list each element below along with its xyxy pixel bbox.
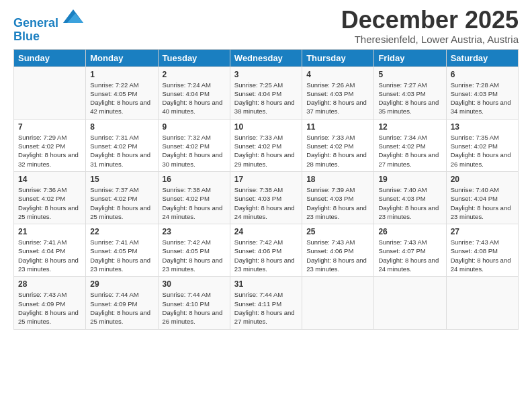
day-number: 21 [18,227,81,236]
day-number: 25 [306,227,369,236]
calendar-cell: 27Sunrise: 7:43 AMSunset: 4:08 PMDayligh… [446,224,518,277]
calendar-cell: 7Sunrise: 7:29 AMSunset: 4:02 PMDaylight… [14,119,86,171]
calendar-cell: 22Sunrise: 7:41 AMSunset: 4:05 PMDayligh… [86,224,158,277]
cell-info: Sunrise: 7:44 AMSunset: 4:11 PMDaylight:… [234,290,298,326]
cell-info: Sunrise: 7:41 AMSunset: 4:04 PMDaylight:… [18,238,81,273]
title-section: December 2025 Theresienfeld, Lower Austr… [341,7,519,45]
day-number: 19 [378,175,441,184]
header-wednesday: Wednesday [230,49,302,66]
calendar-cell: 20Sunrise: 7:40 AMSunset: 4:04 PMDayligh… [446,171,518,224]
cell-info: Sunrise: 7:32 AMSunset: 4:02 PMDaylight:… [163,133,226,169]
page-container: General Blue December 2025 Theresienfeld… [0,0,532,336]
calendar-cell: 24Sunrise: 7:42 AMSunset: 4:06 PMDayligh… [230,224,302,277]
cell-info: Sunrise: 7:28 AMSunset: 4:03 PMDaylight:… [451,81,514,116]
calendar-cell: 8Sunrise: 7:31 AMSunset: 4:02 PMDaylight… [86,119,158,171]
cell-info: Sunrise: 7:36 AMSunset: 4:02 PMDaylight:… [18,185,81,221]
cell-info: Sunrise: 7:44 AMSunset: 4:09 PMDaylight:… [90,290,153,326]
header-saturday: Saturday [446,49,518,66]
day-number: 26 [378,227,441,236]
day-number: 24 [234,227,298,236]
calendar-cell: 5Sunrise: 7:27 AMSunset: 4:03 PMDaylight… [374,66,446,119]
day-number: 3 [234,70,298,79]
day-number: 2 [163,70,226,79]
cell-info: Sunrise: 7:22 AMSunset: 4:05 PMDaylight:… [90,81,153,116]
day-number: 30 [163,279,226,289]
calendar-cell: 26Sunrise: 7:43 AMSunset: 4:07 PMDayligh… [374,224,446,277]
day-number: 9 [163,122,226,132]
day-number: 17 [234,175,298,184]
calendar-cell: 14Sunrise: 7:36 AMSunset: 4:02 PMDayligh… [14,171,86,224]
calendar-cell [302,277,374,329]
calendar-cell: 21Sunrise: 7:41 AMSunset: 4:04 PMDayligh… [14,224,86,277]
calendar-cell: 29Sunrise: 7:44 AMSunset: 4:09 PMDayligh… [86,277,158,329]
calendar-cell: 10Sunrise: 7:33 AMSunset: 4:02 PMDayligh… [230,119,302,171]
calendar-cell: 2Sunrise: 7:24 AMSunset: 4:04 PMDaylight… [158,66,230,119]
day-number: 4 [306,70,369,79]
header-friday: Friday [374,49,446,66]
logo-icon [63,7,83,27]
header-monday: Monday [86,49,158,66]
calendar-cell: 25Sunrise: 7:43 AMSunset: 4:06 PMDayligh… [302,224,374,277]
day-number: 20 [451,175,514,184]
cell-info: Sunrise: 7:43 AMSunset: 4:09 PMDaylight:… [18,290,81,326]
calendar-cell: 6Sunrise: 7:28 AMSunset: 4:03 PMDaylight… [446,66,518,119]
cell-info: Sunrise: 7:34 AMSunset: 4:02 PMDaylight:… [378,133,441,169]
week-row-3: 21Sunrise: 7:41 AMSunset: 4:04 PMDayligh… [14,224,519,277]
cell-info: Sunrise: 7:43 AMSunset: 4:06 PMDaylight:… [306,238,369,273]
cell-info: Sunrise: 7:42 AMSunset: 4:06 PMDaylight:… [234,238,298,273]
cell-info: Sunrise: 7:26 AMSunset: 4:03 PMDaylight:… [306,81,369,116]
logo: General Blue [13,9,83,44]
day-number: 6 [451,70,514,79]
calendar-cell: 15Sunrise: 7:37 AMSunset: 4:02 PMDayligh… [86,171,158,224]
calendar-cell: 31Sunrise: 7:44 AMSunset: 4:11 PMDayligh… [230,277,302,329]
cell-info: Sunrise: 7:43 AMSunset: 4:07 PMDaylight:… [378,238,441,273]
header-row: SundayMondayTuesdayWednesdayThursdayFrid… [14,49,519,66]
cell-info: Sunrise: 7:39 AMSunset: 4:03 PMDaylight:… [306,185,369,221]
cell-info: Sunrise: 7:38 AMSunset: 4:03 PMDaylight:… [234,185,298,221]
day-number: 28 [18,279,81,289]
cell-info: Sunrise: 7:43 AMSunset: 4:08 PMDaylight:… [451,238,514,273]
cell-info: Sunrise: 7:41 AMSunset: 4:05 PMDaylight:… [90,238,153,273]
day-number: 11 [306,122,369,132]
day-number: 18 [306,175,369,184]
calendar-cell: 11Sunrise: 7:33 AMSunset: 4:02 PMDayligh… [302,119,374,171]
header: General Blue December 2025 Theresienfeld… [13,7,519,45]
calendar-cell: 16Sunrise: 7:38 AMSunset: 4:02 PMDayligh… [158,171,230,224]
month-title: December 2025 [341,7,519,34]
calendar-cell: 18Sunrise: 7:39 AMSunset: 4:03 PMDayligh… [302,171,374,224]
day-number: 13 [451,122,514,132]
cell-info: Sunrise: 7:29 AMSunset: 4:02 PMDaylight:… [18,133,81,169]
header-tuesday: Tuesday [158,49,230,66]
calendar-cell [446,277,518,329]
week-row-2: 14Sunrise: 7:36 AMSunset: 4:02 PMDayligh… [14,171,519,224]
day-number: 1 [90,70,153,79]
calendar-cell: 13Sunrise: 7:35 AMSunset: 4:02 PMDayligh… [446,119,518,171]
logo-general: General [13,16,58,30]
calendar-cell: 19Sunrise: 7:40 AMSunset: 4:03 PMDayligh… [374,171,446,224]
week-row-4: 28Sunrise: 7:43 AMSunset: 4:09 PMDayligh… [14,277,519,329]
day-number: 10 [234,122,298,132]
subtitle: Theresienfeld, Lower Austria, Austria [341,34,519,45]
cell-info: Sunrise: 7:40 AMSunset: 4:04 PMDaylight:… [451,185,514,221]
calendar-cell [14,66,86,119]
day-number: 15 [90,175,153,184]
cell-info: Sunrise: 7:44 AMSunset: 4:10 PMDaylight:… [163,290,226,326]
cell-info: Sunrise: 7:38 AMSunset: 4:02 PMDaylight:… [163,185,226,221]
cell-info: Sunrise: 7:37 AMSunset: 4:02 PMDaylight:… [90,185,153,221]
logo-text: General [13,9,83,30]
day-number: 12 [378,122,441,132]
day-number: 27 [451,227,514,236]
calendar-cell: 3Sunrise: 7:25 AMSunset: 4:04 PMDaylight… [230,66,302,119]
day-number: 16 [163,175,226,184]
calendar-cell: 23Sunrise: 7:42 AMSunset: 4:05 PMDayligh… [158,224,230,277]
cell-info: Sunrise: 7:24 AMSunset: 4:04 PMDaylight:… [163,81,226,116]
cell-info: Sunrise: 7:35 AMSunset: 4:02 PMDaylight:… [451,133,514,169]
day-number: 5 [378,70,441,79]
day-number: 31 [234,279,298,289]
cell-info: Sunrise: 7:40 AMSunset: 4:03 PMDaylight:… [378,185,441,221]
day-number: 8 [90,122,153,132]
day-number: 7 [18,122,81,132]
cell-info: Sunrise: 7:42 AMSunset: 4:05 PMDaylight:… [163,238,226,273]
day-number: 22 [90,227,153,236]
cell-info: Sunrise: 7:31 AMSunset: 4:02 PMDaylight:… [90,133,153,169]
